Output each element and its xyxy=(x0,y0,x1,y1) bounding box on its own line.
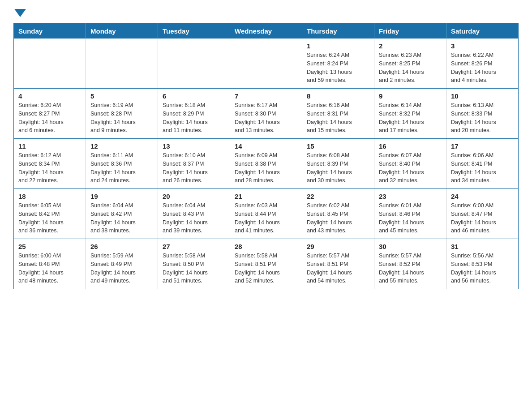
day-info: Sunrise: 5:58 AM Sunset: 8:51 PM Dayligh… xyxy=(235,252,297,285)
calendar-day-cell: 27Sunrise: 5:58 AM Sunset: 8:50 PM Dayli… xyxy=(158,239,230,289)
day-number: 16 xyxy=(379,142,442,150)
calendar-day-cell: 11Sunrise: 6:12 AM Sunset: 8:34 PM Dayli… xyxy=(14,139,86,189)
day-info: Sunrise: 6:06 AM Sunset: 8:41 PM Dayligh… xyxy=(451,151,514,185)
calendar-day-cell xyxy=(230,39,302,89)
calendar-day-cell: 13Sunrise: 6:10 AM Sunset: 8:37 PM Dayli… xyxy=(158,139,230,189)
calendar-day-cell: 23Sunrise: 6:01 AM Sunset: 8:46 PM Dayli… xyxy=(374,189,446,239)
day-info: Sunrise: 6:14 AM Sunset: 8:32 PM Dayligh… xyxy=(379,101,442,135)
day-info: Sunrise: 6:09 AM Sunset: 8:38 PM Dayligh… xyxy=(235,151,297,185)
day-number: 9 xyxy=(379,92,442,100)
day-info: Sunrise: 5:56 AM Sunset: 8:53 PM Dayligh… xyxy=(451,252,514,285)
day-info: Sunrise: 5:57 AM Sunset: 8:52 PM Dayligh… xyxy=(379,252,442,285)
day-number: 22 xyxy=(307,193,369,200)
day-number: 6 xyxy=(163,92,225,100)
day-number: 19 xyxy=(90,193,153,200)
day-number: 11 xyxy=(18,142,81,150)
day-number: 10 xyxy=(451,92,514,100)
calendar-day-cell: 5Sunrise: 6:19 AM Sunset: 8:28 PM Daylig… xyxy=(86,89,158,139)
day-number: 23 xyxy=(379,193,442,200)
day-number: 20 xyxy=(163,193,225,200)
day-number: 18 xyxy=(18,193,81,200)
day-info: Sunrise: 6:07 AM Sunset: 8:40 PM Dayligh… xyxy=(379,151,442,185)
day-info: Sunrise: 6:24 AM Sunset: 8:24 PM Dayligh… xyxy=(307,51,369,85)
day-info: Sunrise: 6:02 AM Sunset: 8:45 PM Dayligh… xyxy=(307,201,369,235)
calendar-day-cell: 29Sunrise: 5:57 AM Sunset: 8:51 PM Dayli… xyxy=(302,239,374,289)
day-info: Sunrise: 6:18 AM Sunset: 8:29 PM Dayligh… xyxy=(163,101,225,135)
calendar-week-row: 25Sunrise: 6:00 AM Sunset: 8:48 PM Dayli… xyxy=(14,239,519,289)
day-number: 29 xyxy=(307,243,369,250)
calendar-day-cell: 12Sunrise: 6:11 AM Sunset: 8:36 PM Dayli… xyxy=(86,139,158,189)
day-number: 2 xyxy=(379,42,442,50)
calendar-day-cell: 8Sunrise: 6:16 AM Sunset: 8:31 PM Daylig… xyxy=(302,89,374,139)
calendar-day-cell: 25Sunrise: 6:00 AM Sunset: 8:48 PM Dayli… xyxy=(14,239,86,289)
day-info: Sunrise: 6:00 AM Sunset: 8:47 PM Dayligh… xyxy=(451,201,514,235)
calendar-day-cell: 6Sunrise: 6:18 AM Sunset: 8:29 PM Daylig… xyxy=(158,89,230,139)
day-info: Sunrise: 6:19 AM Sunset: 8:28 PM Dayligh… xyxy=(90,101,153,135)
calendar-day-header: Tuesday xyxy=(158,24,230,39)
day-info: Sunrise: 6:23 AM Sunset: 8:25 PM Dayligh… xyxy=(379,51,442,85)
calendar-day-cell: 18Sunrise: 6:05 AM Sunset: 8:42 PM Dayli… xyxy=(14,189,86,239)
calendar-day-cell: 17Sunrise: 6:06 AM Sunset: 8:41 PM Dayli… xyxy=(446,139,519,189)
calendar-day-cell: 26Sunrise: 5:59 AM Sunset: 8:49 PM Dayli… xyxy=(86,239,158,289)
day-number: 1 xyxy=(307,42,369,50)
calendar-day-cell: 10Sunrise: 6:13 AM Sunset: 8:33 PM Dayli… xyxy=(446,89,519,139)
day-number: 21 xyxy=(235,193,297,200)
day-number: 5 xyxy=(90,92,153,100)
day-number: 13 xyxy=(163,142,225,150)
calendar-day-cell: 19Sunrise: 6:04 AM Sunset: 8:42 PM Dayli… xyxy=(86,189,158,239)
day-info: Sunrise: 5:59 AM Sunset: 8:49 PM Dayligh… xyxy=(90,252,153,285)
day-number: 7 xyxy=(235,92,297,100)
calendar-day-header: Wednesday xyxy=(230,24,302,39)
day-info: Sunrise: 6:01 AM Sunset: 8:46 PM Dayligh… xyxy=(379,201,442,235)
calendar-day-cell: 16Sunrise: 6:07 AM Sunset: 8:40 PM Dayli… xyxy=(374,139,446,189)
day-info: Sunrise: 6:11 AM Sunset: 8:36 PM Dayligh… xyxy=(90,151,153,185)
calendar-header-row: SundayMondayTuesdayWednesdayThursdayFrid… xyxy=(14,24,519,39)
calendar-day-cell: 2Sunrise: 6:23 AM Sunset: 8:25 PM Daylig… xyxy=(374,39,446,89)
day-number: 30 xyxy=(379,243,442,250)
day-info: Sunrise: 6:17 AM Sunset: 8:30 PM Dayligh… xyxy=(235,101,297,135)
calendar-day-cell: 30Sunrise: 5:57 AM Sunset: 8:52 PM Dayli… xyxy=(374,239,446,289)
calendar-day-header: Thursday xyxy=(302,24,374,39)
calendar-day-cell: 28Sunrise: 5:58 AM Sunset: 8:51 PM Dayli… xyxy=(230,239,302,289)
calendar-day-cell: 20Sunrise: 6:04 AM Sunset: 8:43 PM Dayli… xyxy=(158,189,230,239)
day-number: 27 xyxy=(163,243,225,250)
calendar-day-cell xyxy=(14,39,86,89)
day-info: Sunrise: 6:10 AM Sunset: 8:37 PM Dayligh… xyxy=(163,151,225,185)
calendar-day-cell: 9Sunrise: 6:14 AM Sunset: 8:32 PM Daylig… xyxy=(374,89,446,139)
calendar-day-cell: 24Sunrise: 6:00 AM Sunset: 8:47 PM Dayli… xyxy=(446,189,519,239)
calendar-week-row: 4Sunrise: 6:20 AM Sunset: 8:27 PM Daylig… xyxy=(14,89,519,139)
day-info: Sunrise: 5:57 AM Sunset: 8:51 PM Dayligh… xyxy=(307,252,369,285)
day-info: Sunrise: 6:03 AM Sunset: 8:44 PM Dayligh… xyxy=(235,201,297,235)
calendar-day-cell: 31Sunrise: 5:56 AM Sunset: 8:53 PM Dayli… xyxy=(446,239,519,289)
day-number: 14 xyxy=(235,142,297,150)
calendar-day-cell xyxy=(158,39,230,89)
day-number: 15 xyxy=(307,142,369,150)
calendar-day-cell xyxy=(86,39,158,89)
calendar-day-header: Monday xyxy=(86,24,158,39)
day-info: Sunrise: 6:16 AM Sunset: 8:31 PM Dayligh… xyxy=(307,101,369,135)
page-header xyxy=(13,9,519,15)
day-info: Sunrise: 6:04 AM Sunset: 8:43 PM Dayligh… xyxy=(163,201,225,235)
calendar-day-header: Friday xyxy=(374,24,446,39)
day-info: Sunrise: 6:22 AM Sunset: 8:26 PM Dayligh… xyxy=(451,51,514,85)
calendar-day-cell: 7Sunrise: 6:17 AM Sunset: 8:30 PM Daylig… xyxy=(230,89,302,139)
logo xyxy=(13,9,26,15)
day-number: 25 xyxy=(18,243,81,250)
day-info: Sunrise: 6:13 AM Sunset: 8:33 PM Dayligh… xyxy=(451,101,514,135)
day-number: 3 xyxy=(451,42,514,50)
day-number: 4 xyxy=(18,92,81,100)
calendar-week-row: 1Sunrise: 6:24 AM Sunset: 8:24 PM Daylig… xyxy=(14,39,519,89)
day-number: 24 xyxy=(451,193,514,200)
calendar-day-cell: 14Sunrise: 6:09 AM Sunset: 8:38 PM Dayli… xyxy=(230,139,302,189)
calendar-day-cell: 15Sunrise: 6:08 AM Sunset: 8:39 PM Dayli… xyxy=(302,139,374,189)
calendar-day-cell: 21Sunrise: 6:03 AM Sunset: 8:44 PM Dayli… xyxy=(230,189,302,239)
calendar-day-cell: 3Sunrise: 6:22 AM Sunset: 8:26 PM Daylig… xyxy=(446,39,519,89)
calendar-day-cell: 22Sunrise: 6:02 AM Sunset: 8:45 PM Dayli… xyxy=(302,189,374,239)
day-info: Sunrise: 6:20 AM Sunset: 8:27 PM Dayligh… xyxy=(18,101,81,135)
day-number: 17 xyxy=(451,142,514,150)
day-number: 8 xyxy=(307,92,369,100)
calendar-table: SundayMondayTuesdayWednesdayThursdayFrid… xyxy=(13,23,519,289)
day-info: Sunrise: 6:08 AM Sunset: 8:39 PM Dayligh… xyxy=(307,151,369,185)
calendar-day-header: Saturday xyxy=(446,24,519,39)
day-info: Sunrise: 5:58 AM Sunset: 8:50 PM Dayligh… xyxy=(163,252,225,285)
